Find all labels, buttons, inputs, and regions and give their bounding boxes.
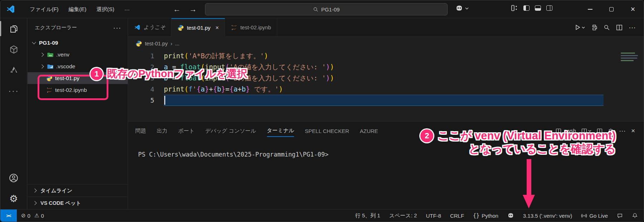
minimap (621, 53, 639, 63)
code-line-content: print('A*Bの計算をします。') (164, 51, 268, 61)
broadcast-icon (581, 213, 587, 219)
activity-azure[interactable] (0, 60, 27, 80)
panel-tab-ターミナル[interactable]: ターミナル (267, 125, 294, 137)
menu-edit[interactable]: 編集(E) (64, 4, 91, 15)
line-number: 1 (128, 52, 164, 60)
maximize-button[interactable] (601, 0, 622, 18)
jupyter-icon (231, 24, 238, 31)
menu-selection[interactable]: 選択(S) (92, 4, 119, 15)
close-button[interactable]: × (622, 0, 644, 18)
activity-explorer[interactable] (0, 18, 27, 39)
panel-close-icon[interactable]: × (631, 127, 635, 135)
command-center-search[interactable]: PG1-09 (205, 3, 448, 15)
code-line-1: 1print('A*Bの計算をします。') (128, 50, 644, 61)
forward-icon[interactable]: → (189, 5, 197, 14)
minimize-button[interactable] (579, 0, 601, 18)
section-timeline[interactable]: タイムライン (28, 184, 128, 197)
tab-label: test-02.ipynb (240, 24, 271, 30)
encoding[interactable]: UTF-8 (426, 213, 441, 219)
status-label: CRLF (450, 213, 464, 219)
explorer-item-.venv[interactable]: .venv (28, 49, 128, 60)
explorer-actions-icon[interactable]: ··· (113, 24, 121, 32)
activity-more[interactable]: ··· (0, 80, 27, 101)
cursor-position[interactable]: 行 5、列 1 (355, 212, 380, 219)
terminal-prompt: PS C:\Users\wada\Documents\2025-Programm… (138, 151, 328, 158)
panel-tab-ポート[interactable]: ポート (178, 125, 195, 137)
copilot-status[interactable] (507, 213, 514, 219)
section-vscode-pets[interactable]: VS CODE ペット (28, 197, 128, 209)
toggle-secondary-sidebar-icon[interactable] (546, 5, 552, 11)
account-icon (9, 173, 19, 183)
print-icon[interactable] (591, 24, 597, 31)
indentation[interactable]: スペース: 2 (389, 212, 417, 219)
chevron-down-icon (465, 7, 469, 10)
more-actions-icon[interactable]: ··· (629, 23, 636, 31)
bell-icon (632, 212, 638, 219)
status-label: 3.13.5 ('.venv': venv) (523, 213, 572, 219)
feedback[interactable] (617, 213, 623, 219)
accounts-button[interactable] (0, 168, 27, 188)
customize-layout-icon[interactable] (511, 5, 518, 11)
folder-vscode-icon (47, 63, 54, 70)
settings-button[interactable]: ⚙ (0, 188, 27, 209)
editor-actions: ··· (575, 18, 644, 36)
search-value: PG1-09 (321, 6, 340, 13)
split-editor-icon[interactable] (616, 24, 623, 31)
search-editor-icon[interactable] (604, 24, 610, 31)
explorer-sidebar: エクスプローラー ··· PG1-09.venv.vscodetest-01.p… (28, 18, 128, 209)
chevron-down-icon (582, 26, 585, 29)
panel-tab-出力[interactable]: 出力 (157, 125, 167, 137)
search-icon (313, 7, 318, 12)
panel-tab-SPELL CHECKER[interactable]: SPELL CHECKER (305, 126, 349, 136)
line-number: 4 (128, 85, 164, 93)
warning-count: 0 (41, 213, 44, 219)
notifications[interactable] (632, 212, 638, 219)
timeline-label: タイムライン (40, 187, 72, 194)
tab-test-01.py[interactable]: test-01.py× (171, 18, 225, 37)
root-label: PG1-09 (39, 40, 58, 46)
language-mode[interactable]: {}Python (473, 212, 498, 219)
error-count: 0 (28, 213, 30, 219)
explorer-title: エクスプローラー (35, 24, 77, 31)
vscode-pets-label: VS CODE ペット (40, 200, 81, 207)
tab-label: ようこそ (143, 24, 165, 31)
status-label: Python (482, 213, 498, 219)
go-live[interactable]: Go Live (581, 213, 608, 219)
remote-indicator[interactable]: >< (0, 209, 17, 222)
panel-tab-AZURE[interactable]: AZURE (360, 126, 378, 136)
copilot-icon (507, 213, 514, 219)
menu-file[interactable]: ファイル(F) (25, 4, 63, 15)
status-label: Go Live (589, 213, 608, 219)
feedback-icon (617, 213, 623, 219)
history-nav: ← → (173, 0, 197, 18)
tab-ようこそ[interactable]: ようこそ (128, 18, 171, 36)
python-interpreter[interactable]: 3.13.5 ('.venv': venv) (523, 213, 572, 219)
toggle-primary-sidebar-icon[interactable] (523, 5, 530, 11)
annotation-arrow-down (523, 159, 535, 208)
menu-more[interactable]: ··· (120, 5, 134, 14)
folder-venv-icon (47, 51, 54, 58)
chevron-right-icon (33, 201, 36, 205)
step2-line2: となっていることを確認する (420, 142, 616, 156)
breadcrumb[interactable]: test-01.py › ... (128, 37, 644, 50)
problems-status[interactable]: ⊘ 0 ⚠ 0 (21, 212, 44, 219)
run-python-button[interactable] (575, 24, 585, 30)
activity-containers[interactable] (0, 39, 27, 60)
panel-tab-デバッグ コンソール[interactable]: デバッグ コンソール (205, 125, 256, 137)
annotation-step1: 1 既存のPythonファイルを選択 (91, 67, 247, 81)
warning-icon: ⚠ (34, 212, 39, 219)
eol[interactable]: CRLF (450, 213, 464, 219)
chevron-down-icon (32, 40, 36, 44)
python-icon (177, 24, 184, 31)
back-icon[interactable]: ← (173, 5, 181, 14)
copilot-menu[interactable] (455, 5, 469, 12)
close-icon[interactable]: × (215, 25, 219, 31)
panel-tab-問題[interactable]: 問題 (135, 125, 146, 137)
tab-test-02.ipynb[interactable]: test-02.ipynb (225, 18, 277, 36)
code-line-content: print(f'{a}+{b}={a+b} です。') (164, 85, 283, 94)
status-label: スペース: 2 (389, 212, 417, 219)
panel-more-icon[interactable]: ··· (619, 127, 626, 135)
explorer-root-folder[interactable]: PG1-09 (28, 37, 128, 49)
code-line-5: 5 (128, 95, 644, 106)
toggle-panel-icon[interactable] (535, 5, 541, 11)
